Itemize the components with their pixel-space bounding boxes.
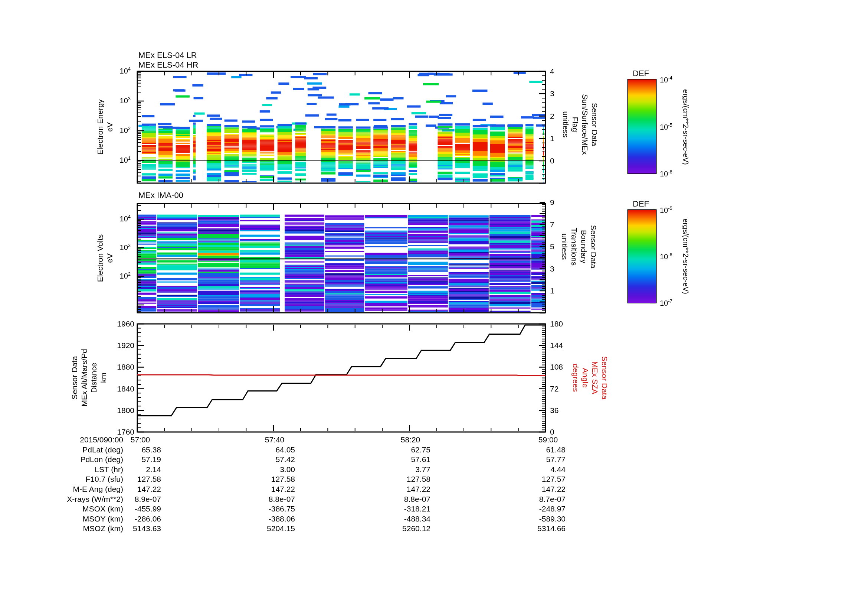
table-cell: -388.06 [232, 515, 295, 523]
colorbar-2-tick-10e-6: 10-6 [660, 252, 690, 261]
ima-right-label: Sensor Data Boundary Transitions unitles… [560, 173, 598, 321]
ima-rtick-7: 7 [550, 220, 555, 229]
colorbar-1-gradient [628, 79, 656, 174]
ima-ytick-10e4-exp: 4 [128, 214, 131, 219]
els-ytick-10e3: 103 [101, 96, 131, 105]
colorbar-2-title: DEF [633, 199, 649, 209]
table-cell: 57.42 [232, 455, 295, 464]
x-axis-date-label: 2015/090:00 [30, 435, 123, 444]
table-cell: 57.19 [98, 455, 161, 464]
table-cell: 147.22 [232, 485, 295, 494]
colorbar-1-tick-10e-6-exp: -6 [668, 169, 673, 174]
ima-ytick-10e3-exp: 3 [128, 242, 131, 248]
colorbar-1-tick-10e-5: 10-5 [660, 122, 690, 132]
table-cell: 8.7e-07 [502, 495, 566, 504]
els-rtick-4: 4 [550, 67, 555, 76]
colorbar-2-gradient [628, 210, 656, 303]
els-ytick-10e1-exp: 1 [128, 155, 131, 161]
alt-ytick-1960: 1960 [105, 319, 134, 328]
table-cell: 127.58 [98, 475, 161, 483]
colorbar-1-title: DEF [633, 69, 649, 78]
els-rtick-1: 1 [550, 134, 555, 143]
sza-right-label: Sensor Data MEx SZA Angle degrees [571, 303, 609, 452]
x-tick-label-57:00: 57:00 [114, 435, 166, 444]
alt-ytick-1920: 1920 [105, 341, 134, 350]
panel-frame [137, 204, 546, 313]
plot-stroke [137, 375, 546, 376]
panel-frame [137, 324, 546, 432]
sza-rtick-180: 180 [550, 319, 563, 328]
colorbar-2-tick-10e-7: 10-7 [660, 298, 690, 308]
colorbar-2-tick-10e-7-exp: -7 [668, 298, 673, 304]
colorbar-2-tick-10e-5: 10-5 [660, 205, 690, 215]
table-cell: 62.75 [367, 445, 431, 454]
sza-rtick-108: 108 [550, 362, 563, 372]
table-cell: 65.38 [98, 445, 161, 454]
tplot-screenshot-page: MEx ELS-04 LR MEx ELS-04 HR MEx IMA-00 E… [0, 0, 868, 614]
alt-ytick-1800: 1800 [105, 406, 134, 415]
table-cell: 147.22 [367, 485, 431, 494]
x-tick-label-57:40: 57:40 [249, 435, 301, 444]
table-cell: 4.44 [502, 465, 566, 474]
ima-title: MEx IMA-00 [138, 191, 183, 200]
els-rtick-0: 0 [550, 156, 555, 165]
table-cell: 57.77 [502, 455, 566, 464]
colorbar-2-tick-10e-6-exp: -6 [668, 252, 673, 257]
table-cell: -286.06 [98, 515, 161, 523]
ima-ytick-10e2: 102 [101, 271, 131, 280]
table-cell: 5204.15 [232, 524, 295, 533]
alt-ytick-1880: 1880 [105, 362, 134, 372]
table-cell: 5143.63 [98, 524, 161, 533]
table-cell: 147.22 [502, 485, 566, 494]
table-cell: 147.22 [98, 485, 161, 494]
table-cell: 64.05 [232, 445, 295, 454]
colorbar-1-tick-10e-4: 10-4 [660, 75, 690, 84]
x-tick-label-58:20: 58:20 [384, 435, 436, 444]
table-cell: 3.00 [232, 465, 295, 474]
colorbar-1-tick-10e-5-exp: -5 [668, 122, 673, 128]
x-tick-label-59:00: 59:00 [522, 435, 574, 444]
sza-rtick-36: 36 [550, 406, 558, 415]
els-rtick-3: 3 [550, 89, 555, 98]
colorbar-2-tick-10e-5-exp: -5 [668, 205, 673, 211]
table-cell: 61.48 [502, 445, 566, 454]
els-title-lr: MEx ELS-04 LR [138, 51, 197, 60]
colorbar-1-tick-10e-6: 10-6 [660, 169, 690, 178]
els-ytick-10e4-exp: 4 [128, 66, 131, 72]
table-cell: -455.99 [98, 504, 161, 513]
table-cell: 127.57 [502, 475, 566, 483]
els-title-hr: MEx ELS-04 HR [138, 60, 198, 70]
ima-rtick-9: 9 [550, 198, 555, 207]
ima-rtick-1: 1 [550, 286, 555, 295]
table-cell: 127.58 [367, 475, 431, 483]
table-cell: 57.61 [367, 455, 431, 464]
table-cell: 8.8e-07 [367, 495, 431, 504]
alt-ytick-1840: 1840 [105, 384, 134, 393]
table-cell: 2.14 [98, 465, 161, 474]
table-cell: -318.21 [367, 504, 431, 513]
table-cell: -589.30 [502, 515, 566, 523]
table-cell: -488.34 [367, 515, 431, 523]
table-cell: -248.97 [502, 504, 566, 513]
table-cell: 8.8e-07 [232, 495, 295, 504]
ima-rtick-3: 3 [550, 264, 555, 274]
els-ytick-10e2-exp: 2 [128, 126, 131, 131]
els-ytick-10e4: 104 [101, 66, 131, 75]
table-cell: -386.75 [232, 504, 295, 513]
panel-frame [137, 72, 546, 183]
sza-rtick-72: 72 [550, 384, 558, 393]
table-cell: 127.58 [232, 475, 295, 483]
ima-ytick-10e3: 103 [101, 242, 131, 252]
table-cell: 5260.12 [367, 524, 431, 533]
els-ytick-10e3-exp: 3 [128, 96, 131, 101]
ima-ytick-10e4: 104 [101, 214, 131, 223]
els-ytick-10e1: 101 [101, 155, 131, 165]
plot-stroke [137, 325, 546, 416]
els-rtick-2: 2 [550, 112, 555, 121]
alt-ylabel: Sensor Data MEx Alt/Mars/Pd Distance km [70, 303, 108, 452]
colorbar-1-tick-10e-4-exp: -4 [668, 75, 673, 81]
table-cell: 3.77 [367, 465, 431, 474]
sza-rtick-144: 144 [550, 341, 563, 350]
ima-rtick-5: 5 [550, 242, 555, 251]
table-cell: 5314.66 [502, 524, 566, 533]
